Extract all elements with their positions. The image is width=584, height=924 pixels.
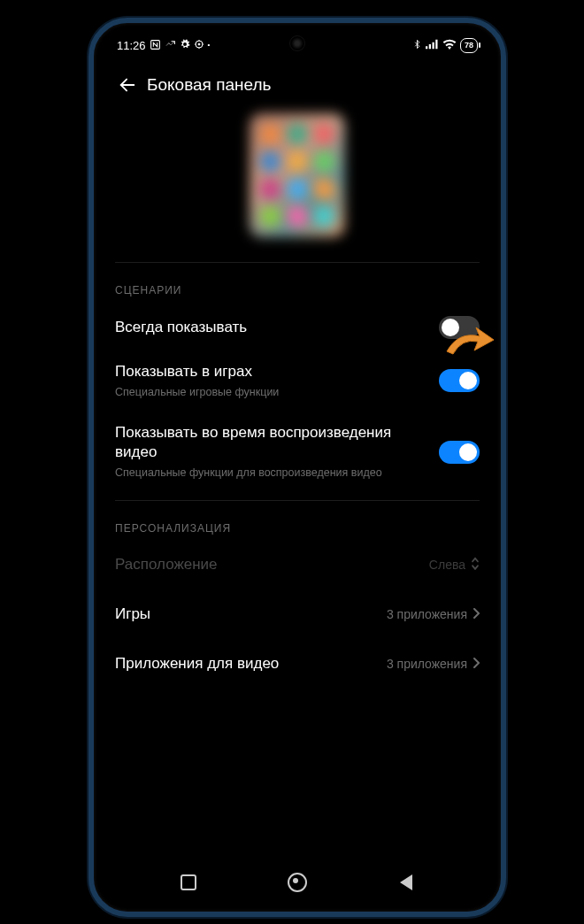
svg-point-2 xyxy=(198,43,200,45)
navigation-bar xyxy=(97,862,497,903)
nav-back-button[interactable] xyxy=(396,872,417,893)
chevron-right-icon xyxy=(473,607,480,621)
toggle-show-in-video[interactable] xyxy=(439,441,480,464)
screen: 11:26 • xyxy=(97,27,497,908)
svg-rect-5 xyxy=(432,42,434,50)
nav-recents-button[interactable] xyxy=(178,872,199,893)
setting-video-apps[interactable]: Приложения для видео 3 приложения xyxy=(97,639,497,689)
setting-subtitle: Специальные функции для воспроизведения … xyxy=(115,466,428,481)
setting-title: Игры xyxy=(115,605,150,623)
location-icon xyxy=(194,39,204,51)
battery-indicator: 78 xyxy=(460,38,478,53)
setting-title: Всегда показывать xyxy=(115,318,428,337)
phone-frame: 11:26 • xyxy=(88,18,506,917)
chevron-right-icon xyxy=(473,657,480,671)
toggle-always-show[interactable] xyxy=(439,316,480,339)
back-button[interactable] xyxy=(111,69,143,101)
setting-games[interactable]: Игры 3 приложения xyxy=(97,589,497,639)
setting-value: 3 приложения xyxy=(387,607,467,621)
nfc-icon xyxy=(150,39,161,52)
toggle-show-in-games[interactable] xyxy=(439,369,480,392)
setting-title: Приложения для видео xyxy=(115,655,279,673)
app-bar: Боковая панель xyxy=(97,58,497,108)
svg-rect-3 xyxy=(426,46,427,49)
setting-subtitle: Специальные игровые функции xyxy=(115,385,428,400)
section-header-scenarios: СЦЕНАРИИ xyxy=(97,263,497,302)
setting-always-show[interactable]: Всегда показывать xyxy=(97,302,497,348)
setting-title: Расположение xyxy=(115,556,218,574)
setting-title: Показывать в играх xyxy=(115,362,428,381)
signal-icon xyxy=(426,39,439,51)
setting-position[interactable]: Расположение Слева xyxy=(97,540,497,589)
wifi-icon xyxy=(442,39,457,51)
bluetooth-icon xyxy=(412,38,422,52)
front-camera xyxy=(289,35,305,51)
section-header-personalization: ПЕРСОНАЛИЗАЦИЯ xyxy=(97,501,497,540)
setting-value: 3 приложения xyxy=(387,657,467,671)
setting-show-in-games[interactable]: Показывать в играх Специальные игровые ф… xyxy=(97,348,497,409)
setting-value: Слева xyxy=(429,558,465,572)
dot-icon: • xyxy=(208,42,211,49)
setting-title: Показывать во время воспроизведения виде… xyxy=(115,423,428,462)
missed-call-icon xyxy=(165,39,176,52)
svg-rect-4 xyxy=(429,44,431,49)
page-title: Боковая панель xyxy=(147,75,271,95)
gear-icon xyxy=(180,39,190,51)
updown-icon xyxy=(471,556,480,573)
sidebar-preview-image xyxy=(250,113,345,237)
nav-home-button[interactable] xyxy=(287,872,308,893)
svg-rect-6 xyxy=(435,40,437,50)
setting-show-in-video[interactable]: Показывать во время воспроизведения виде… xyxy=(97,409,497,489)
status-time: 11:26 xyxy=(117,39,146,52)
